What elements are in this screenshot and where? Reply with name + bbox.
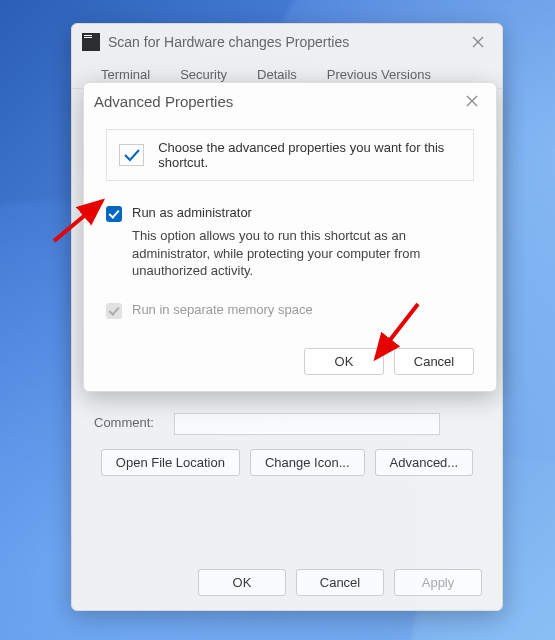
run-as-admin-description: This option allows you to run this short… [132, 227, 432, 280]
ok-button[interactable]: OK [198, 569, 286, 596]
cancel-button[interactable]: Cancel [296, 569, 384, 596]
advanced-properties-dialog: Advanced Properties Choose the advanced … [83, 82, 497, 392]
change-icon-button[interactable]: Change Icon... [250, 449, 365, 476]
properties-title: Scan for Hardware changes Properties [108, 34, 464, 50]
run-as-admin-label: Run as administrator [132, 205, 252, 220]
properties-footer: OK Cancel Apply [72, 559, 502, 610]
comment-field[interactable] [174, 413, 440, 435]
advanced-title: Advanced Properties [94, 93, 458, 110]
properties-titlebar: Scan for Hardware changes Properties [72, 24, 502, 60]
terminal-icon [82, 33, 100, 51]
run-as-admin-option[interactable]: Run as administrator [106, 205, 474, 221]
separate-memory-label: Run in separate memory space [132, 302, 313, 317]
apply-button[interactable]: Apply [394, 569, 482, 596]
hint-box: Choose the advanced properties you want … [106, 129, 474, 181]
comment-label: Comment: [94, 415, 170, 430]
advanced-titlebar: Advanced Properties [84, 83, 496, 119]
dialog-buttons: OK Cancel [106, 348, 474, 375]
ok-button[interactable]: OK [304, 348, 384, 375]
checkmark-icon [119, 144, 144, 166]
cancel-button[interactable]: Cancel [394, 348, 474, 375]
shortcut-buttons: Open File Location Change Icon... Advanc… [94, 449, 480, 476]
separate-memory-checkbox [106, 303, 122, 319]
run-as-admin-checkbox[interactable] [106, 206, 122, 222]
close-icon[interactable] [458, 87, 486, 115]
close-icon[interactable] [464, 28, 492, 56]
separate-memory-option: Run in separate memory space [106, 302, 474, 318]
comment-row: Comment: [94, 413, 480, 435]
advanced-button[interactable]: Advanced... [375, 449, 474, 476]
hint-text: Choose the advanced properties you want … [158, 140, 461, 170]
open-file-location-button[interactable]: Open File Location [101, 449, 240, 476]
